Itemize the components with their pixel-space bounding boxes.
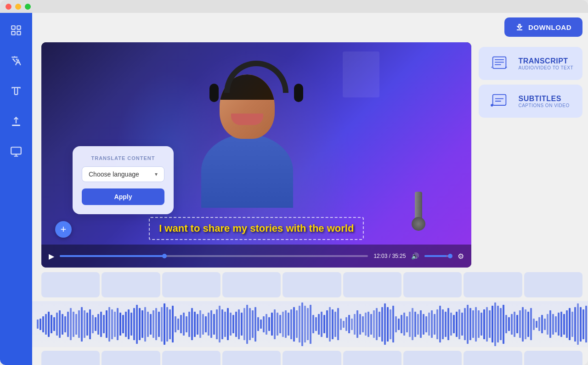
waveform-bar (241, 313, 243, 336)
bottom-clip-item[interactable] (403, 351, 462, 365)
sidebar (0, 13, 32, 365)
waveform-bar (64, 316, 66, 332)
waveform-bar (574, 307, 576, 342)
sidebar-item-text[interactable] (8, 83, 24, 99)
waveform-bar (340, 319, 342, 330)
waveform-bar (282, 312, 284, 337)
minimize-button[interactable] (15, 4, 21, 10)
bottom-clip-item[interactable] (102, 351, 160, 365)
waveform-bar (541, 315, 543, 333)
waveform-bar (172, 306, 174, 342)
waveform-bar (139, 308, 141, 340)
waveform-bar (122, 315, 124, 333)
waveform-bar (417, 314, 419, 335)
waveform-bar (494, 302, 496, 346)
sidebar-item-translate[interactable] (8, 52, 24, 69)
bottom-clip-item[interactable] (343, 351, 401, 365)
waveform-bar (53, 317, 55, 331)
waveform-bar (144, 307, 146, 342)
waveform-bar (216, 309, 218, 339)
waveform-bar (186, 316, 187, 332)
clip-strip-top (32, 272, 588, 297)
waveform-bar (293, 307, 295, 342)
download-button[interactable]: DOWNLOAD (504, 17, 582, 37)
waveform-bar (56, 313, 58, 336)
maximize-button[interactable] (25, 4, 31, 10)
subtitles-button[interactable]: SUBTITLES CAPTIONS ON VIDEO (479, 85, 582, 118)
waveform-bar (153, 310, 154, 338)
svg-rect-12 (493, 95, 506, 105)
clip-item[interactable] (343, 272, 401, 297)
waveform-bar (461, 313, 463, 336)
waveform-bar (164, 303, 165, 345)
waveform-bar (351, 319, 353, 330)
ear-cup-right (294, 84, 303, 102)
settings-button[interactable]: ⚙ (458, 252, 464, 261)
play-button[interactable]: ▶ (49, 252, 54, 261)
waveform-bar (150, 314, 152, 335)
waveform-bar (128, 309, 130, 339)
waveform-bar (183, 313, 185, 336)
clip-item[interactable] (403, 272, 462, 297)
transcript-title: TRANSCRIPT (518, 57, 573, 65)
waveform-bar (257, 317, 259, 331)
timeline-area (32, 268, 588, 365)
chevron-down-icon: ▾ (155, 171, 158, 177)
apply-button[interactable]: Apply (82, 188, 164, 205)
waveform-bar (48, 312, 50, 337)
waveform-bar (197, 314, 198, 335)
language-select[interactable]: Choose language ▾ (82, 166, 164, 182)
waveform-bar (95, 317, 96, 331)
svg-point-15 (491, 104, 493, 106)
waveform-bar (235, 312, 237, 337)
waveform-bar (392, 306, 394, 342)
clip-item[interactable] (102, 272, 160, 297)
transcript-button[interactable]: " " TRANSCRIPT AUDIO/VIDEO TO TEXT (479, 47, 582, 80)
waveform-bar (279, 315, 281, 333)
clip-item[interactable] (464, 272, 522, 297)
clip-item[interactable] (524, 272, 582, 297)
waveform-bar (354, 314, 356, 335)
waveform-bar (453, 315, 455, 333)
close-button[interactable] (6, 4, 11, 10)
sidebar-item-grid[interactable] (8, 22, 24, 39)
sidebar-item-upload[interactable] (8, 113, 24, 130)
waveform-bar (420, 310, 422, 338)
progress-bar[interactable] (60, 255, 368, 257)
waveform-bar (177, 319, 179, 330)
waveform-bar (232, 315, 234, 333)
bottom-clip-item[interactable] (41, 351, 100, 365)
volume-bar[interactable] (424, 255, 452, 257)
waveform-bar (547, 314, 548, 335)
clip-item[interactable] (222, 272, 281, 297)
bottom-clip-item[interactable] (283, 351, 341, 365)
bottom-clip-item[interactable] (464, 351, 522, 365)
waveform-bar (365, 313, 367, 336)
waveform-bar (511, 314, 513, 335)
waveform-area[interactable] (32, 301, 588, 347)
waveform-bar (263, 316, 265, 332)
waveform-bar (221, 309, 223, 339)
waveform-bar (414, 312, 416, 337)
bottom-clip-item[interactable] (222, 351, 281, 365)
subtitle-box: I want to share my stories with the worl… (149, 217, 364, 240)
bottom-clip-item[interactable] (162, 351, 220, 365)
waveform-bar (188, 312, 190, 337)
video-controls: ▶ 12:03 / 35:25 🔊 ⚙ (41, 245, 471, 268)
waveform-bar (381, 307, 383, 342)
transcript-text: TRANSCRIPT AUDIO/VIDEO TO TEXT (518, 57, 573, 70)
sidebar-item-display[interactable] (8, 143, 24, 160)
waveform-bar (456, 312, 458, 337)
waveform-bar (288, 313, 289, 336)
waveform-bar (299, 306, 300, 342)
download-icon (515, 23, 524, 31)
waveform-bar (161, 307, 163, 342)
waveform-bar (136, 305, 138, 344)
add-clip-button[interactable]: + (55, 221, 72, 238)
clip-item[interactable] (41, 272, 100, 297)
clip-item[interactable] (283, 272, 341, 297)
bottom-clip-item[interactable] (524, 351, 582, 365)
subtitles-icon (488, 92, 511, 110)
waveform-bar (492, 306, 493, 342)
clip-item[interactable] (162, 272, 220, 297)
